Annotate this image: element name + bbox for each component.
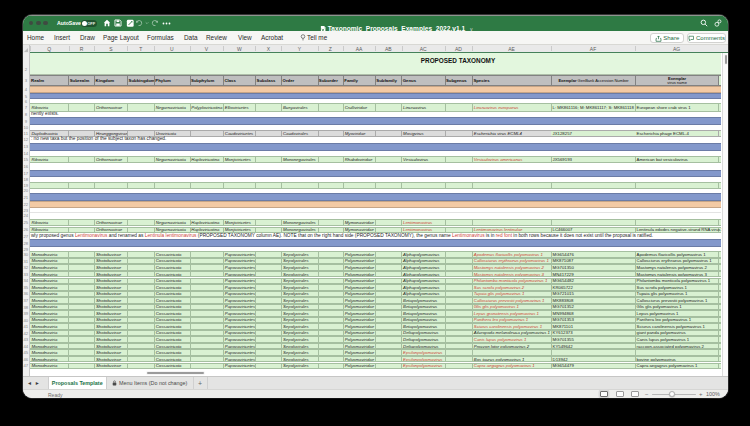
cell-Y-34[interactable]: Sepolyvirales	[281, 279, 317, 284]
cell-W-35[interactable]: Papovaviricetes	[223, 285, 255, 290]
page-layout-view-icon[interactable]	[616, 391, 624, 397]
cell-S-43[interactable]: Shotokuvirae	[94, 337, 127, 342]
cell-AA-37[interactable]: Polyomaviridae	[343, 298, 375, 303]
cell-AE-32[interactable]: Mastomys natalensis polyomavirus 2	[472, 265, 551, 270]
vertical-scrollbar[interactable]	[722, 53, 729, 376]
cell-AE-30[interactable]: Apodemus flavicollis polyomavirus 1	[472, 252, 551, 257]
cell-AA-30[interactable]: Polyomaviridae	[343, 252, 375, 257]
row-number-12[interactable]: 12	[23, 137, 29, 142]
cell-AA-36[interactable]: Polyomaviridae	[343, 292, 375, 297]
header-cell-AD[interactable]: Subgenus	[445, 76, 472, 85]
cell-U-25[interactable]: Negarnaviricota	[154, 220, 190, 226]
menu-draw[interactable]: Draw	[80, 34, 95, 41]
row-number-25[interactable]: 25	[23, 220, 29, 225]
header-cell-AE[interactable]: Species	[472, 76, 551, 85]
comments-button[interactable]: Comments	[687, 33, 726, 44]
table-row[interactable]: RiboviriaOrthornaviraeNegarnaviricotaHap…	[30, 219, 722, 227]
cell-AF-39[interactable]: MN994868	[551, 311, 635, 316]
menu-home[interactable]: Home	[27, 34, 44, 41]
cell-S-39[interactable]: Shotokuvirae	[94, 311, 127, 316]
select-all-corner[interactable]	[23, 45, 30, 53]
cell-AC-45[interactable]: Epsilonpolyomavirus	[401, 350, 444, 355]
column-letter-Q[interactable]: Q	[30, 46, 69, 52]
zoom-slider-knob[interactable]	[669, 391, 675, 397]
cell-U-30[interactable]: Cossaviricota	[154, 252, 190, 257]
cell-AE-31[interactable]: Callosciurus erythraeus polyomavirus 1	[472, 259, 551, 264]
cell-Y-40[interactable]: Sepolyvirales	[281, 318, 317, 323]
cell-U-34[interactable]: Cossaviricota	[154, 279, 190, 284]
row-number-39[interactable]: 39	[23, 311, 29, 316]
cell-Y-44[interactable]: Sepolyvirales	[281, 344, 317, 349]
cell-AF-31[interactable]: MK871087	[551, 259, 635, 264]
cell-S-34[interactable]: Shotokuvirae	[94, 279, 127, 284]
header-cell-Q[interactable]: Realm	[30, 76, 69, 85]
cell-AC-44[interactable]: Deltapolyomavirus	[401, 344, 444, 349]
cell-W-37[interactable]: Papovaviricetes	[223, 298, 255, 303]
cell-W-36[interactable]: Papovaviricetes	[223, 292, 255, 297]
menu-view[interactable]: View	[238, 34, 252, 41]
cell-Q-43[interactable]: Monodnaviria	[30, 337, 69, 342]
horizontal-scrollbar-thumb[interactable]	[146, 371, 205, 375]
table-row[interactable]	[30, 239, 722, 247]
tab-nav-right-icon[interactable]: ▸	[36, 380, 39, 386]
cell-Q-35[interactable]: Monodnaviria	[30, 285, 69, 290]
cell-AE-42[interactable]: Ailuropoda melanoleuca polyomavirus 1	[472, 331, 551, 336]
cell-Q-44[interactable]: Monodnaviria	[30, 344, 69, 349]
cell-AC-41[interactable]: Betapolyomavirus	[401, 324, 444, 329]
cell-AA-26[interactable]: Mymonaviridae	[343, 228, 375, 233]
cell-AA-47[interactable]: Polyomaviridae	[343, 364, 375, 369]
row-number-41[interactable]: 41	[23, 324, 29, 329]
cell-AC-46[interactable]: Epsilonpolyomavirus	[401, 357, 444, 362]
table-row[interactable]: RealmSubrealmKingdomSubkingdomPhylumSubp…	[30, 75, 722, 86]
cell-AA-7[interactable]: Crulliviridae	[343, 104, 375, 111]
add-sheet-button[interactable]: +	[193, 377, 208, 391]
column-letter-R[interactable]: R	[69, 46, 95, 52]
cell-AG-44[interactable]: raccoon-associated polyomavirus 2	[635, 344, 718, 349]
cell-AC-32[interactable]: Alphapolyomavirus	[401, 265, 444, 270]
cell-S-25[interactable]: Orthornavirae	[94, 220, 127, 226]
cell-AE-46[interactable]: Bos taurus polyomavirus 1	[472, 357, 551, 362]
cell-AC-37[interactable]: Betapolyomavirus	[401, 298, 444, 303]
cell-AF-7[interactable]: L: MK861116; M: MK861117; S: MK861118	[551, 104, 635, 111]
cell-AG-32[interactable]: Mastomys natalensis polyomavirus 2	[635, 265, 718, 270]
column-letter-X[interactable]: X	[255, 46, 281, 52]
cell-U-26[interactable]: Negarnaviricota	[154, 228, 190, 233]
cell-W-33[interactable]: Papovaviricetes	[223, 272, 255, 277]
cell-U-42[interactable]: Cossaviricota	[154, 331, 190, 336]
profile-icon[interactable]	[714, 19, 722, 27]
cell-AF-35[interactable]: KR065722	[551, 285, 635, 290]
cell-Y-45[interactable]: Sepolyvirales	[281, 350, 317, 355]
column-letter-V[interactable]: V	[190, 46, 224, 52]
row-number-42[interactable]: 42	[23, 331, 29, 336]
row-number-22[interactable]: 22	[23, 202, 29, 207]
cell-W-40[interactable]: Papovaviricetes	[223, 318, 255, 323]
cell-Y-11[interactable]: Caudovirales	[281, 131, 317, 135]
table-row[interactable]	[30, 170, 722, 177]
cell-AC-33[interactable]: Alphapolyomavirus	[401, 272, 444, 277]
menu-insert[interactable]: Insert	[54, 34, 70, 41]
table-row[interactable]	[30, 117, 722, 125]
cell-Y-36[interactable]: Sepolyvirales	[281, 292, 317, 297]
cell-AE-36[interactable]: Tupaia glis polyomavirus 1	[472, 292, 551, 297]
cell-AA-32[interactable]: Polyomaviridae	[343, 265, 375, 270]
cell-AF-30[interactable]: MG654476	[551, 252, 635, 257]
cell-W-41[interactable]: Papovaviricetes	[223, 324, 255, 329]
cell-AA-34[interactable]: Polyomaviridae	[343, 279, 375, 284]
table-row[interactable]	[30, 143, 722, 151]
column-letter-U[interactable]: U	[154, 46, 190, 52]
header-cell-X[interactable]: Subclass	[255, 76, 281, 85]
column-letter-W[interactable]: W	[223, 46, 255, 52]
cell-AG-15[interactable]: American bat vesiculovirus	[635, 157, 718, 162]
header-cell-AC[interactable]: Genus	[401, 76, 444, 85]
table-row[interactable]	[30, 193, 722, 201]
cell-AG-41[interactable]: Sciurus carolinensis polyomavirus 1	[635, 324, 718, 329]
column-letter-AA[interactable]: AA	[343, 46, 375, 52]
cell-Y-7[interactable]: Bunyavirales	[281, 104, 317, 111]
cell-Y-25[interactable]: Mononegavirales	[281, 220, 317, 226]
cell-AA-40[interactable]: Polyomaviridae	[343, 318, 375, 323]
row-number-7[interactable]: 7	[23, 105, 29, 110]
row-number-4[interactable]: 4	[23, 87, 29, 92]
cell-AF-47[interactable]: MG654479	[551, 364, 635, 369]
cell-Y-26[interactable]: Mononegavirales	[281, 228, 317, 233]
cell-AG-31[interactable]: Callosciurus erythraeus polyomavirus 1	[635, 259, 718, 264]
